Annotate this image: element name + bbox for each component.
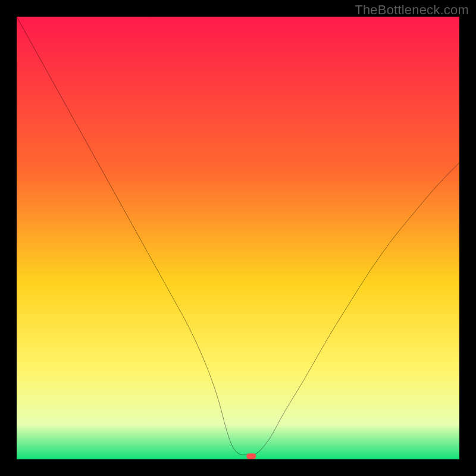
chart-frame: TheBottleneck.com bbox=[0, 0, 476, 476]
plot-svg bbox=[17, 17, 459, 459]
plot-area bbox=[17, 17, 459, 459]
gradient-background bbox=[17, 17, 459, 459]
watermark-text: TheBottleneck.com bbox=[355, 2, 469, 18]
optimal-point-marker bbox=[246, 453, 256, 459]
